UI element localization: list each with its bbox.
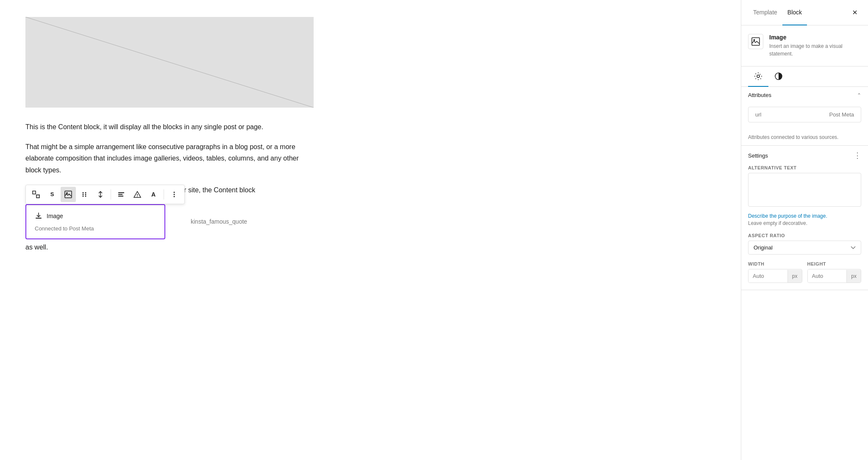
contrast-icon — [774, 72, 783, 80]
settings-menu-button[interactable]: ⋮ — [854, 151, 861, 160]
gear-icon — [754, 72, 762, 80]
right-sidebar: Template Block × Image Insert an image t… — [741, 0, 868, 460]
svg-point-7 — [85, 192, 86, 193]
svg-point-23 — [757, 75, 760, 78]
image-block-inner[interactable]: Image Connected to Post Meta — [25, 204, 165, 239]
settings-section-header: Settings ⋮ — [741, 146, 868, 165]
partial-as-well: as well. — [25, 244, 715, 251]
alt-text-input[interactable] — [748, 173, 861, 207]
tab-template[interactable]: Template — [748, 0, 782, 25]
sidebar-icon-tabs — [741, 67, 868, 87]
content-paragraph-2: That might be a simple arrangement like … — [25, 141, 314, 176]
warning-button[interactable] — [130, 187, 145, 202]
svg-point-17 — [174, 191, 175, 193]
block-info-icon-box — [748, 34, 763, 49]
svg-rect-20 — [36, 218, 42, 219]
block-name: Image — [769, 34, 861, 41]
image-block-card: Image Connected to Post Meta kinsta_famo… — [25, 204, 715, 239]
image-placeholder — [25, 17, 314, 108]
move-up-down-button[interactable] — [93, 187, 108, 202]
svg-point-18 — [174, 194, 175, 195]
style-s-button[interactable]: S — [45, 187, 60, 202]
width-unit: px — [787, 270, 802, 283]
svg-point-9 — [85, 194, 86, 195]
alt-text-field: ALTERNATIVE TEXT Describe the purpose of… — [748, 165, 861, 226]
image-block-subtitle: Connected to Post Meta — [35, 225, 156, 232]
width-field: WIDTH px — [748, 261, 802, 283]
svg-point-22 — [754, 39, 755, 41]
tab-styles-icon[interactable] — [768, 67, 789, 87]
settings-body: ALTERNATIVE TEXT Describe the purpose of… — [741, 165, 868, 290]
alt-text-hint-block: Describe the purpose of the image. Leave… — [748, 212, 861, 226]
image-type-button[interactable] — [61, 187, 76, 202]
attributes-section-header[interactable]: Attributes ⌃ — [741, 87, 868, 103]
svg-rect-2 — [33, 191, 36, 194]
attributes-hint: Attributes connected to various sources. — [741, 133, 868, 145]
height-input-wrap: px — [807, 269, 862, 283]
alt-text-hint-text: Leave empty if decorative. — [748, 220, 861, 226]
tab-settings-icon[interactable] — [748, 67, 768, 87]
attributes-chevron-icon: ⌃ — [857, 92, 861, 98]
url-row[interactable]: url Post Meta — [748, 107, 861, 122]
url-value: Post Meta — [829, 111, 854, 118]
width-input-wrap: px — [748, 269, 802, 283]
text-button[interactable]: A — [146, 187, 161, 202]
height-input[interactable] — [808, 269, 847, 283]
svg-point-19 — [174, 196, 175, 197]
block-toolbar: S — [25, 185, 185, 204]
transform-button[interactable] — [28, 187, 44, 202]
url-label: url — [755, 111, 761, 118]
attributes-section: Attributes ⌃ url Post Meta Attributes co… — [741, 87, 868, 146]
more-options-button[interactable] — [167, 187, 182, 202]
svg-rect-12 — [118, 192, 124, 193]
close-button[interactable]: × — [849, 6, 861, 19]
block-info: Image Insert an image to make a visual s… — [741, 25, 868, 67]
meta-label: kinsta_famous_quote — [191, 218, 247, 225]
block-with-toolbar: S — [25, 204, 715, 251]
svg-rect-13 — [118, 194, 122, 195]
settings-title: Settings — [748, 152, 768, 159]
aspect-ratio-field: ASPECT RATIO Original 1:1 4:3 16:9 3:2 — [748, 233, 861, 255]
svg-point-10 — [83, 195, 84, 197]
svg-rect-3 — [36, 195, 39, 198]
tab-block[interactable]: Block — [782, 0, 807, 25]
width-label: WIDTH — [748, 261, 802, 266]
settings-section: Settings ⋮ ALTERNATIVE TEXT Describe the… — [741, 146, 868, 290]
sidebar-tabs: Template Block × — [741, 0, 868, 25]
alt-text-link[interactable]: Describe the purpose of the image. — [748, 213, 827, 219]
block-info-text: Image Insert an image to make a visual s… — [769, 34, 861, 58]
alt-text-label: ALTERNATIVE TEXT — [748, 165, 861, 170]
height-field: HEIGHT px — [807, 261, 862, 283]
attributes-section-body: url Post Meta — [741, 103, 868, 133]
aspect-ratio-label: ASPECT RATIO — [748, 233, 861, 238]
toolbar-separator-2 — [164, 189, 164, 200]
svg-point-11 — [85, 195, 86, 197]
image-block-title: Image — [47, 213, 63, 219]
dimensions-row: WIDTH px HEIGHT px — [748, 261, 861, 283]
image-block-icon — [35, 212, 43, 220]
height-unit: px — [846, 270, 861, 283]
main-content-area: This is the Content block, it will displ… — [0, 0, 741, 460]
svg-point-8 — [83, 194, 84, 195]
toolbar-separator-1 — [111, 189, 111, 200]
image-icon — [751, 37, 760, 46]
aspect-ratio-select[interactable]: Original 1:1 4:3 16:9 3:2 — [748, 241, 861, 255]
svg-rect-14 — [118, 196, 123, 197]
svg-rect-21 — [752, 38, 760, 45]
width-input[interactable] — [748, 269, 787, 283]
height-label: HEIGHT — [807, 261, 862, 266]
image-block-header: Image — [35, 212, 156, 220]
align-button[interactable] — [114, 187, 129, 202]
content-paragraph-1: This is the Content block, it will displ… — [25, 121, 314, 133]
attributes-section-title: Attributes — [748, 92, 771, 98]
block-description: Insert an image to make a visual stateme… — [769, 42, 861, 58]
drag-handle-button[interactable] — [77, 187, 92, 202]
svg-point-16 — [137, 196, 138, 197]
svg-point-6 — [83, 192, 84, 193]
